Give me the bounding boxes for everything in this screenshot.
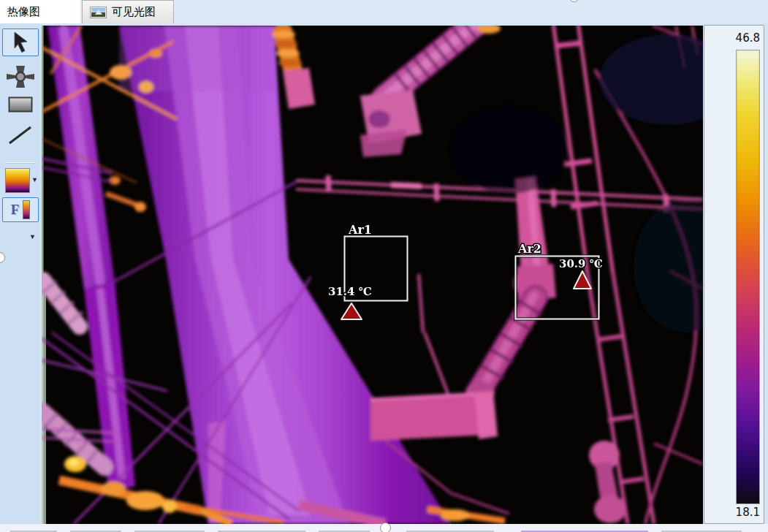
ar2-label: Ar2 bbox=[517, 242, 541, 256]
cursor-arrow-icon bbox=[9, 31, 31, 54]
area-tool-button[interactable] bbox=[7, 95, 34, 114]
palette-arrow-icon[interactable]: ▼ bbox=[31, 177, 38, 183]
tab-visible-light[interactable]: 可见光图 bbox=[82, 0, 174, 23]
f-label: F bbox=[11, 202, 20, 218]
line-tool-button[interactable] bbox=[6, 123, 35, 148]
ar2-temperature: 30.9 ℃ bbox=[559, 257, 603, 270]
spot-tool-button[interactable] bbox=[5, 64, 36, 90]
photo-landscape-icon bbox=[90, 7, 107, 18]
scale-max-value: 46.8 bbox=[709, 31, 760, 45]
crosshair-icon bbox=[6, 64, 35, 89]
rectangle-icon bbox=[8, 96, 33, 113]
thermal-analysis-window: 热像图 可见光图 bbox=[0, 0, 768, 532]
tab-thermal-image[interactable]: 热像图 bbox=[0, 0, 80, 23]
mini-colorbar-icon bbox=[23, 200, 30, 219]
temp-format-button[interactable]: F bbox=[2, 197, 39, 222]
measurement-toolbar: ▼ F ▼ bbox=[0, 23, 40, 524]
thermal-image-canvas[interactable]: Ar1 31.4 ℃ Ar2 30.9 ℃ bbox=[42, 26, 703, 524]
palette-gradient-icon bbox=[5, 168, 30, 193]
ar1-temperature: 31.4 ℃ bbox=[328, 285, 372, 298]
tab-thermal-label: 热像图 bbox=[7, 5, 40, 19]
line-icon bbox=[7, 123, 34, 147]
scale-min-value: 18.1 bbox=[709, 506, 760, 519]
ar1-label: Ar1 bbox=[348, 223, 372, 237]
select-tool-button[interactable] bbox=[2, 28, 39, 56]
more-tools-arrow-icon[interactable]: ▼ bbox=[29, 234, 36, 240]
toolbar-separator bbox=[4, 162, 36, 164]
tab-visible-label: 可见光图 bbox=[112, 5, 156, 19]
thermal-scene: Ar1 31.4 ℃ Ar2 30.9 ℃ bbox=[42, 26, 703, 524]
resize-handle-bottom[interactable] bbox=[380, 522, 391, 532]
temperature-colorbar[interactable] bbox=[736, 50, 760, 504]
temperature-scale-panel: 46.8 18.1 bbox=[704, 25, 764, 524]
palette-dropdown-button[interactable] bbox=[5, 168, 30, 193]
tab-bar: 热像图 可见光图 bbox=[0, 0, 768, 23]
